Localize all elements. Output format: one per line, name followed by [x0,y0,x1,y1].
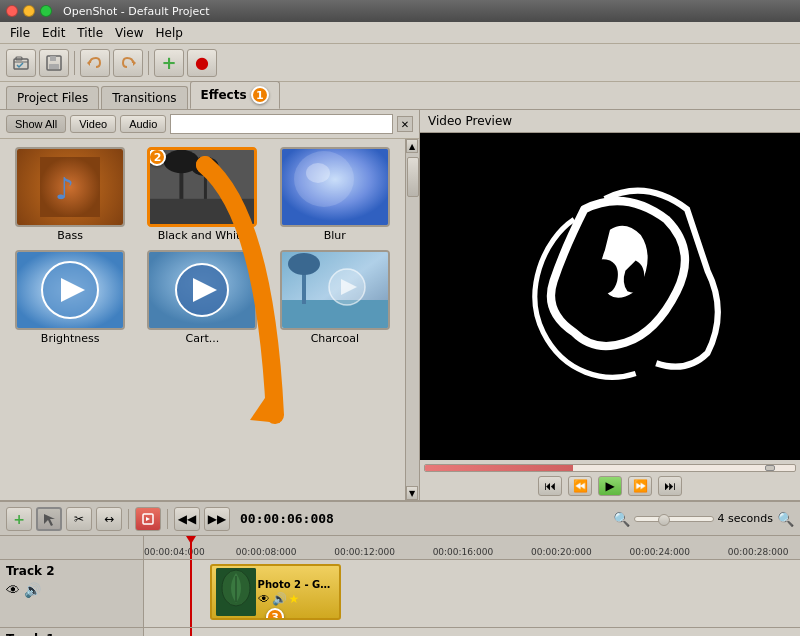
search-clear-button[interactable]: ✕ [397,116,413,132]
effect-charcoal[interactable]: Charcoal [271,248,399,347]
titlebar: OpenShot - Default Project [0,0,800,22]
effect-black-and-white[interactable]: 2 Black and White [138,145,266,244]
effects-tab-badge: 1 [251,86,269,104]
track-1-name: Track 1 [6,632,137,636]
effects-grid: ♪ Bass [0,139,405,500]
filter-audio[interactable]: Audio [120,115,166,133]
track-2-clip[interactable]: Photo 2 - Gree... 👁 🔊 ★ 3 [210,564,341,620]
effect-bw-label: Black and White [158,229,247,242]
play-button[interactable]: ▶ [598,476,622,496]
tabbar: Project Files Transitions Effects 1 [0,82,800,110]
track-row-2: Track 2 👁 🔊 Photo 2 [0,560,800,628]
menubar: File Edit Title View Help [0,22,800,44]
preview-label: Video Preview [420,110,800,133]
track-2-content[interactable]: Photo 2 - Gree... 👁 🔊 ★ 3 [144,560,800,627]
effect-blur-thumb [280,147,390,227]
menu-help[interactable]: Help [150,24,189,42]
add-button[interactable]: + [154,49,184,77]
filter-video[interactable]: Video [70,115,116,133]
save-button[interactable] [39,49,69,77]
resize-tool-button[interactable]: ↔ [96,507,122,531]
maximize-button[interactable] [40,5,52,17]
svg-marker-6 [133,60,136,66]
svg-point-27 [288,253,320,275]
timecode-display: 00:00:06:008 [234,509,340,528]
toolbar-separator-1 [74,51,75,75]
clip-audio-icon[interactable]: 🔊 [272,592,287,606]
clip-controls: 👁 🔊 ★ [258,592,335,606]
export-button[interactable] [135,507,161,531]
effect-bass[interactable]: ♪ Bass [6,145,134,244]
track-2-icons: 👁 🔊 [6,582,137,598]
close-button[interactable] [6,5,18,17]
step-forward-button[interactable]: ⏩ [628,476,652,496]
effect-brightness[interactable]: Brightness [6,248,134,347]
track-2-name: Track 2 [6,564,137,578]
effects-scrollbar[interactable]: ▲ ▼ [405,139,419,500]
zoom-slider[interactable] [634,516,714,522]
tl-separator-2 [167,509,168,529]
menu-edit[interactable]: Edit [36,24,71,42]
forward-button[interactable]: ▶▶ [204,507,230,531]
scroll-thumb[interactable] [407,157,419,197]
skip-end-button[interactable]: ⏭ [658,476,682,496]
undo-button[interactable] [80,49,110,77]
effect-brightness-label: Brightness [41,332,100,345]
progress-fill [425,465,573,471]
menu-file[interactable]: File [4,24,36,42]
menu-view[interactable]: View [109,24,149,42]
minimize-button[interactable] [23,5,35,17]
clip-title: Photo 2 - Gree... [258,579,335,590]
zoom-thumb[interactable] [658,514,670,526]
video-preview [420,133,800,460]
zoom-label: 4 seconds [718,512,773,525]
step-back-button[interactable]: ⏪ [568,476,592,496]
effect-bw-thumb: 2 [147,147,257,227]
tl-separator-1 [128,509,129,529]
svg-point-13 [192,157,219,177]
add-track-button[interactable]: + [6,507,32,531]
clip-visibility-icon[interactable]: 👁 [258,592,270,606]
filter-show-all[interactable]: Show All [6,115,66,133]
effect-brightness-thumb [15,250,125,330]
tab-effects[interactable]: Effects 1 [190,81,280,109]
razor-tool-button[interactable]: ✂ [66,507,92,531]
track-2-audio-icon[interactable]: 🔊 [24,582,41,598]
effect-blur[interactable]: Blur [271,145,399,244]
progress-thumb[interactable] [765,465,775,471]
search-input[interactable] [170,114,393,134]
svg-point-17 [306,163,330,183]
effect-charcoal-label: Charcoal [311,332,359,345]
skip-start-button[interactable]: ⏮ [538,476,562,496]
progress-bar[interactable] [424,464,796,472]
zoom-out-icon[interactable]: 🔍 [613,511,630,527]
effect-bass-thumb: ♪ [15,147,125,227]
clip-star-icon[interactable]: ★ [289,592,300,606]
svg-rect-3 [50,56,56,61]
select-tool-button[interactable] [36,507,62,531]
track-row-1: Track 1 👁 🔊 [0,628,800,636]
track-2-visibility-icon[interactable]: 👁 [6,582,20,598]
left-panel: Show All Video Audio ✕ ♪ [0,110,420,500]
redo-button[interactable] [113,49,143,77]
svg-rect-30 [420,168,800,425]
svg-marker-5 [87,60,90,66]
timeline-header-left [0,536,144,559]
bw-badge: 2 [148,148,166,166]
record-button[interactable]: ● [187,49,217,77]
tab-project-files[interactable]: Project Files [6,86,99,109]
open-button[interactable] [6,49,36,77]
svg-text:♪: ♪ [55,171,74,206]
scroll-track[interactable] [406,153,419,486]
svg-rect-14 [150,199,254,224]
track-1-content[interactable] [144,628,800,636]
effect-cartoon[interactable]: Cart... [138,248,266,347]
toolbar: + ● [0,44,800,82]
zoom-in-icon[interactable]: 🔍 [777,511,794,527]
rewind-button[interactable]: ◀◀ [174,507,200,531]
menu-title[interactable]: Title [71,24,109,42]
app-title: OpenShot - Default Project [63,5,210,18]
tab-transitions[interactable]: Transitions [101,86,187,109]
effect-cartoon-label: Cart... [186,332,220,345]
effect-bass-label: Bass [57,229,83,242]
